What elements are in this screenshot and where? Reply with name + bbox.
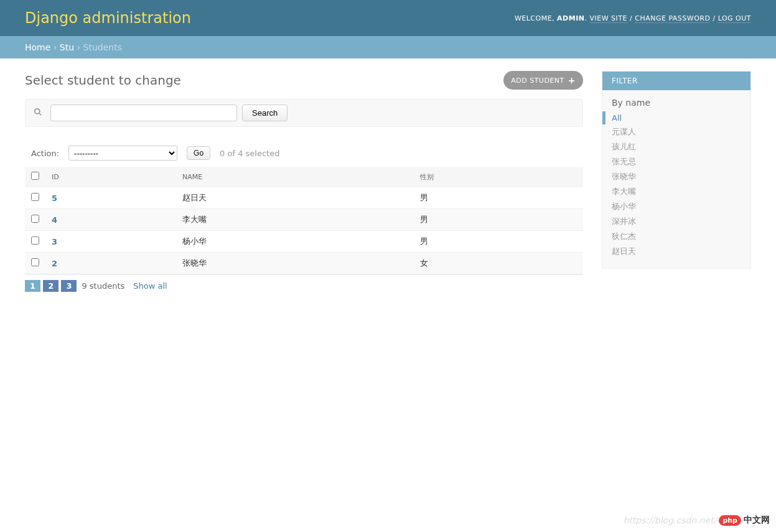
show-all-link[interactable]: Show all xyxy=(133,281,167,291)
svg-line-1 xyxy=(39,113,42,116)
add-student-label: ADD STUDENT xyxy=(511,77,564,85)
logout-link[interactable]: Log out xyxy=(718,14,751,23)
action-go-button[interactable]: Go xyxy=(187,146,210,160)
column-header-gender[interactable]: 性别 xyxy=(420,173,434,181)
row-id-link[interactable]: 3 xyxy=(52,237,57,246)
filter-option-link[interactable]: All xyxy=(612,113,622,123)
row-name: 李大嘴 xyxy=(176,209,414,231)
filter-option-link[interactable]: 李大嘴 xyxy=(612,187,636,196)
svg-point-0 xyxy=(35,109,40,114)
filter-option: 张无忌 xyxy=(612,154,741,169)
change-password-link[interactable]: Change password xyxy=(635,14,710,23)
row-gender: 女 xyxy=(414,253,583,274)
filter-option: 孩儿红 xyxy=(612,139,741,154)
page-link[interactable]: 3 xyxy=(61,280,77,292)
results-table: ID Name 性别 5赵日天男4李大嘴男3杨小华男2张晓华女 xyxy=(25,167,583,274)
row-checkbox[interactable] xyxy=(31,258,39,266)
row-id-link[interactable]: 5 xyxy=(52,194,57,203)
filter-option: 杨小华 xyxy=(612,199,741,214)
breadcrumb-current: Students xyxy=(83,42,122,52)
header-bar: Django administration Welcome, ADMIN. Vi… xyxy=(0,0,776,36)
column-header-name[interactable]: Name xyxy=(182,173,202,181)
filter-by-label: By name xyxy=(602,90,750,111)
breadcrumb: Home › Stu › Students xyxy=(0,36,776,58)
filter-title: Filter xyxy=(602,72,750,90)
filter-option-link[interactable]: 狄仁杰 xyxy=(612,231,636,241)
page-link[interactable]: 2 xyxy=(43,280,58,292)
search-icon xyxy=(30,108,45,118)
filter-option-link[interactable]: 杨小华 xyxy=(612,202,636,211)
row-checkbox[interactable] xyxy=(31,236,39,245)
action-select[interactable]: --------- xyxy=(68,146,177,161)
search-toolbar xyxy=(25,99,583,127)
plus-icon: + xyxy=(568,75,576,85)
filter-option: 深井冰 xyxy=(612,214,741,229)
breadcrumb-app[interactable]: Stu xyxy=(60,42,74,52)
filter-option-link[interactable]: 赵日天 xyxy=(612,246,636,256)
row-checkbox[interactable] xyxy=(31,193,39,201)
filter-option: 李大嘴 xyxy=(612,184,741,199)
search-button[interactable] xyxy=(242,105,287,121)
view-site-link[interactable]: View site xyxy=(590,14,628,23)
filter-option: 张晓华 xyxy=(612,169,741,184)
action-label: Action: xyxy=(31,149,59,158)
filter-option-link[interactable]: 张无忌 xyxy=(612,157,636,166)
row-id-link[interactable]: 2 xyxy=(52,259,57,268)
filter-option-link[interactable]: 孩儿红 xyxy=(612,142,636,151)
username: ADMIN xyxy=(557,14,584,22)
page-current: 1 xyxy=(25,280,40,292)
row-gender: 男 xyxy=(414,209,583,231)
paginator-count: 9 students xyxy=(82,281,124,291)
row-name: 赵日天 xyxy=(176,187,414,209)
table-row: 2张晓华女 xyxy=(25,253,583,274)
actions-bar: Action: --------- Go 0 of 4 selected xyxy=(25,139,583,167)
site-title[interactable]: Django administration xyxy=(25,9,191,27)
breadcrumb-home[interactable]: Home xyxy=(25,42,50,52)
table-row: 3杨小华男 xyxy=(25,231,583,253)
search-input[interactable] xyxy=(50,105,237,121)
row-name: 张晓华 xyxy=(176,253,414,274)
table-row: 4李大嘴男 xyxy=(25,209,583,231)
action-counter: 0 of 4 selected xyxy=(220,149,279,158)
select-all-header xyxy=(25,167,45,187)
row-id-link[interactable]: 4 xyxy=(52,215,57,225)
user-tools: Welcome, ADMIN. View site / Change passw… xyxy=(515,14,751,22)
row-name: 杨小华 xyxy=(176,231,414,253)
filter-option-link[interactable]: 深井冰 xyxy=(612,217,636,226)
main-content: Select student to change ADD STUDENT + A… xyxy=(25,71,583,297)
welcome-text: Welcome, xyxy=(515,14,557,22)
filter-sidebar: Filter By name All元谋人孩儿红张无忌张晓华李大嘴杨小华深井冰狄… xyxy=(602,71,751,297)
filter-option: 狄仁杰 xyxy=(612,229,741,244)
filter-option: All xyxy=(602,111,741,124)
branding: Django administration xyxy=(25,9,191,27)
filter-option: 赵日天 xyxy=(612,244,741,259)
row-gender: 男 xyxy=(414,231,583,253)
filter-option-link[interactable]: 元谋人 xyxy=(612,127,636,136)
filter-option: 元谋人 xyxy=(612,124,741,139)
filter-option-link[interactable]: 张晓华 xyxy=(612,172,636,181)
row-gender: 男 xyxy=(414,187,583,209)
select-all-checkbox[interactable] xyxy=(31,172,39,180)
row-checkbox[interactable] xyxy=(31,215,39,223)
page-title: Select student to change xyxy=(25,73,181,88)
add-student-button[interactable]: ADD STUDENT + xyxy=(503,71,583,90)
table-row: 5赵日天男 xyxy=(25,187,583,209)
paginator: 1 2 3 9 students Show all xyxy=(25,274,583,297)
column-header-id[interactable]: ID xyxy=(52,173,59,181)
